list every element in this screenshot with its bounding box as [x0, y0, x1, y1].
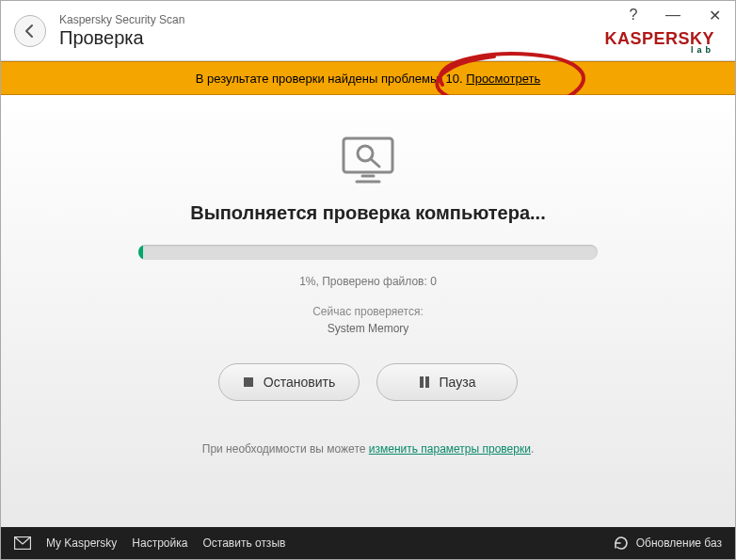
app-name: Kaspersky Security Scan — [59, 13, 184, 26]
arrow-left-icon — [23, 24, 38, 39]
footer: My Kaspersky Настройка Оставить отзыв Об… — [1, 527, 735, 559]
kaspersky-logo: KASPERSKY lab — [604, 30, 714, 55]
stop-button-label: Остановить — [264, 375, 335, 390]
svg-rect-3 — [420, 376, 424, 388]
help-button[interactable]: ? — [615, 1, 652, 29]
back-button[interactable] — [14, 15, 46, 47]
hint-text: При необходимости вы можете изменить пар… — [202, 442, 534, 456]
now-checking-label: Сейчас проверяется: — [312, 305, 424, 318]
change-scan-params-link[interactable]: изменить параметры проверки — [369, 442, 531, 456]
footer-feedback[interactable]: Оставить отзыв — [202, 536, 285, 550]
svg-rect-2 — [244, 377, 253, 387]
window-controls: ? — ✕ — [615, 1, 735, 29]
progress-fill — [138, 245, 143, 260]
alert-view-link[interactable]: Просмотреть — [466, 72, 540, 86]
scan-heading: Выполняется проверка компьютера... — [190, 202, 545, 224]
pause-icon — [419, 376, 430, 388]
footer-update-db[interactable]: Обновление баз — [636, 536, 722, 550]
close-button[interactable]: ✕ — [694, 1, 735, 29]
svg-rect-4 — [425, 376, 429, 388]
pause-button-label: Пауза — [440, 375, 476, 390]
alert-message: В результате проверки найдены проблемы: … — [196, 72, 540, 86]
footer-settings[interactable]: Настройка — [132, 536, 187, 550]
alert-bar: В результате проверки найдены проблемы: … — [1, 61, 735, 95]
svg-rect-0 — [344, 138, 392, 172]
titlebar: Kaspersky Security Scan Проверка ? — ✕ K… — [1, 1, 735, 61]
stop-button[interactable]: Остановить — [218, 363, 360, 401]
page-title: Проверка — [59, 26, 184, 49]
pause-button[interactable]: Пауза — [376, 363, 518, 401]
refresh-icon[interactable] — [614, 536, 629, 551]
monitor-scan-icon — [336, 135, 400, 187]
progress-text: 1%, Проверено файлов: 0 — [299, 275, 437, 288]
main-panel: Выполняется проверка компьютера... 1%, П… — [1, 95, 735, 527]
minimize-button[interactable]: — — [652, 1, 694, 29]
button-row: Остановить Пауза — [218, 363, 518, 401]
now-checking-value: System Memory — [328, 322, 409, 335]
footer-my-kaspersky[interactable]: My Kaspersky — [46, 536, 117, 550]
mail-icon[interactable] — [14, 536, 31, 550]
progress-bar — [138, 245, 598, 260]
stop-icon — [243, 376, 254, 388]
